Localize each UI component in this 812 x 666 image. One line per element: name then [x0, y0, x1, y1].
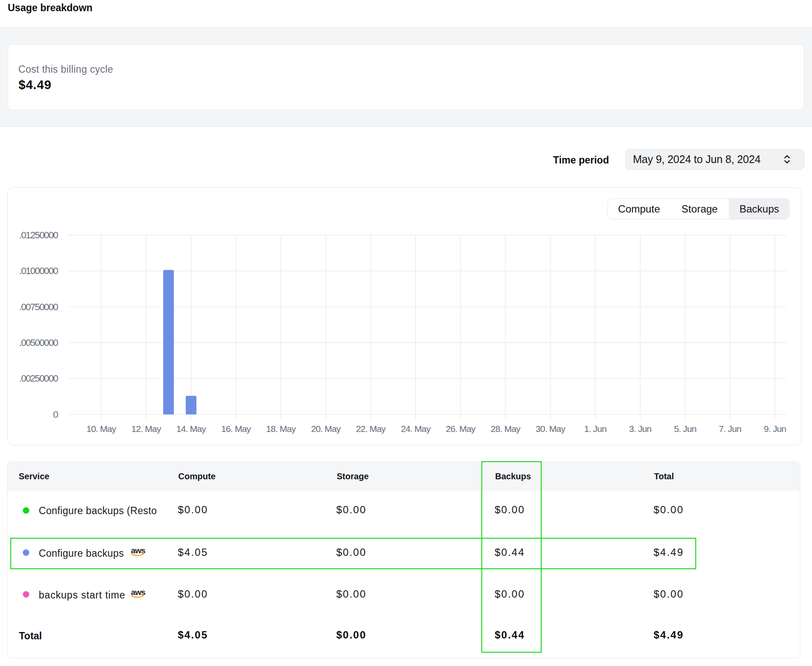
svg-text:9. Jun: 9. Jun: [764, 424, 786, 434]
svg-text:12. May: 12. May: [131, 424, 161, 434]
svg-text:3. Jun: 3. Jun: [629, 424, 651, 434]
svg-text:28. May: 28. May: [491, 424, 521, 434]
svg-text:1. Jun: 1. Jun: [584, 424, 607, 434]
svg-text:10. May: 10. May: [87, 424, 117, 434]
svg-text:.01250000: .01250000: [19, 230, 58, 240]
svg-text:.00500000: .00500000: [19, 337, 58, 348]
svg-text:20. May: 20. May: [311, 424, 341, 434]
svg-text:.00750000: .00750000: [19, 302, 58, 312]
svg-text:18. May: 18. May: [266, 424, 296, 434]
svg-text:0: 0: [53, 409, 58, 420]
svg-text:.00250000: .00250000: [19, 373, 58, 384]
svg-text:7. Jun: 7. Jun: [719, 424, 741, 434]
svg-text:16. May: 16. May: [221, 424, 251, 434]
svg-text:26. May: 26. May: [446, 424, 476, 434]
svg-text:24. May: 24. May: [401, 424, 431, 434]
svg-text:22. May: 22. May: [356, 424, 386, 434]
svg-text:30. May: 30. May: [536, 424, 566, 434]
svg-text:14. May: 14. May: [176, 424, 206, 434]
svg-text:5. Jun: 5. Jun: [674, 424, 696, 434]
svg-text:.01000000: .01000000: [19, 265, 58, 276]
